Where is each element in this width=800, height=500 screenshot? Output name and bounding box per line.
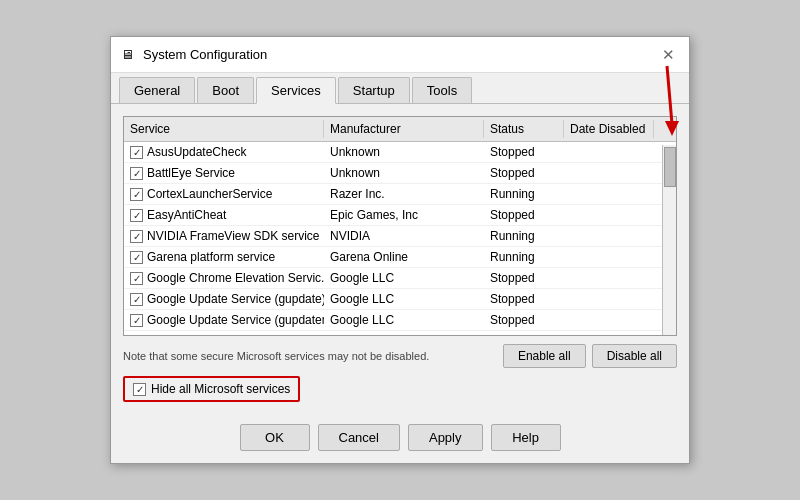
col-scroll-space: [654, 120, 666, 138]
window-title: System Configuration: [143, 47, 267, 62]
manufacturer-cell: Google LLC: [324, 290, 484, 308]
status-cell: Stopped: [484, 269, 564, 287]
ok-button[interactable]: OK: [240, 424, 310, 451]
service-checkbox[interactable]: [130, 146, 143, 159]
manufacturer-cell: Intel Corporation: [324, 332, 484, 335]
content-area: Service Manufacturer Status Date Disable…: [111, 104, 689, 414]
status-cell: Stopped: [484, 206, 564, 224]
date-cell: [564, 311, 654, 329]
tab-bar: General Boot Services Startup Tools: [111, 73, 689, 104]
note-text: Note that some secure Microsoft services…: [123, 350, 429, 362]
tab-services[interactable]: Services: [256, 77, 336, 104]
service-checkbox[interactable]: [130, 335, 143, 336]
table-row[interactable]: AsusUpdateCheck Unknown Stopped: [124, 142, 676, 163]
manufacturer-cell: Razer Inc.: [324, 185, 484, 203]
service-name-cell: Google Chrome Elevation Servic...: [124, 269, 324, 287]
tab-boot[interactable]: Boot: [197, 77, 254, 103]
enable-all-button[interactable]: Enable all: [503, 344, 586, 368]
status-cell: Stopped: [484, 143, 564, 161]
table-header: Service Manufacturer Status Date Disable…: [124, 117, 676, 142]
services-table: Service Manufacturer Status Date Disable…: [123, 116, 677, 336]
table-row[interactable]: Google Update Service (gupdate) Google L…: [124, 289, 676, 310]
manufacturer-cell: Google LLC: [324, 311, 484, 329]
date-cell: [564, 248, 654, 266]
manufacturer-cell: Google LLC: [324, 269, 484, 287]
table-row[interactable]: Intel(R) Dynamic Application Loa... Inte…: [124, 331, 676, 335]
service-checkbox[interactable]: [130, 188, 143, 201]
hide-ms-label: Hide all Microsoft services: [151, 382, 290, 396]
service-checkbox[interactable]: [130, 272, 143, 285]
date-cell: [564, 206, 654, 224]
table-wrapper: Service Manufacturer Status Date Disable…: [123, 116, 677, 336]
service-name-cell: Google Update Service (gupdatem): [124, 311, 324, 329]
status-cell: Stopped: [484, 311, 564, 329]
scrollbar[interactable]: [662, 145, 676, 336]
service-name-cell: BattlEye Service: [124, 164, 324, 182]
hide-ms-checkbox[interactable]: [133, 383, 146, 396]
status-cell: Running: [484, 227, 564, 245]
note-row: Note that some secure Microsoft services…: [123, 344, 677, 368]
date-cell: [564, 185, 654, 203]
manufacturer-cell: Unknown: [324, 164, 484, 182]
service-checkbox[interactable]: [130, 230, 143, 243]
hide-ms-row: Hide all Microsoft services: [123, 376, 677, 402]
status-cell: Running: [484, 332, 564, 335]
table-row[interactable]: NVIDIA FrameView SDK service NVIDIA Runn…: [124, 226, 676, 247]
title-bar-left: 🖥 System Configuration: [121, 47, 267, 63]
manufacturer-cell: Unknown: [324, 143, 484, 161]
col-service: Service: [124, 120, 324, 138]
window-icon: 🖥: [121, 47, 137, 63]
date-cell: [564, 290, 654, 308]
service-checkbox[interactable]: [130, 314, 143, 327]
manufacturer-cell: NVIDIA: [324, 227, 484, 245]
help-button[interactable]: Help: [491, 424, 561, 451]
service-checkbox[interactable]: [130, 167, 143, 180]
scrollbar-thumb[interactable]: [664, 147, 676, 187]
disable-all-button[interactable]: Disable all: [592, 344, 677, 368]
table-row[interactable]: EasyAntiCheat Epic Games, Inc Stopped: [124, 205, 676, 226]
table-row[interactable]: CortexLauncherService Razer Inc. Running: [124, 184, 676, 205]
cancel-button[interactable]: Cancel: [318, 424, 400, 451]
tab-general[interactable]: General: [119, 77, 195, 103]
service-name-cell: NVIDIA FrameView SDK service: [124, 227, 324, 245]
manufacturer-cell: Garena Online: [324, 248, 484, 266]
bottom-buttons: OK Cancel Apply Help: [111, 414, 689, 463]
status-cell: Running: [484, 185, 564, 203]
apply-button[interactable]: Apply: [408, 424, 483, 451]
table-row[interactable]: BattlEye Service Unknown Stopped: [124, 163, 676, 184]
service-name-cell: AsusUpdateCheck: [124, 143, 324, 161]
service-checkbox[interactable]: [130, 209, 143, 222]
service-name-cell: EasyAntiCheat: [124, 206, 324, 224]
system-config-window: 🖥 System Configuration ✕ General Boot Se…: [110, 36, 690, 464]
col-manufacturer: Manufacturer: [324, 120, 484, 138]
date-cell: [564, 164, 654, 182]
service-checkbox[interactable]: [130, 251, 143, 264]
table-row[interactable]: Garena platform service Garena Online Ru…: [124, 247, 676, 268]
service-name-cell: Garena platform service: [124, 248, 324, 266]
status-cell: Running: [484, 248, 564, 266]
date-cell: [564, 143, 654, 161]
close-button[interactable]: ✕: [658, 47, 679, 62]
col-status: Status: [484, 120, 564, 138]
service-name-cell: Intel(R) Dynamic Application Loa...: [124, 332, 324, 335]
service-checkbox[interactable]: [130, 293, 143, 306]
status-cell: Stopped: [484, 290, 564, 308]
service-name-cell: CortexLauncherService: [124, 185, 324, 203]
hide-ms-checkbox-wrapper[interactable]: Hide all Microsoft services: [123, 376, 300, 402]
manufacturer-cell: Epic Games, Inc: [324, 206, 484, 224]
table-body[interactable]: AsusUpdateCheck Unknown Stopped BattlEye…: [124, 142, 676, 335]
service-name-cell: Google Update Service (gupdate): [124, 290, 324, 308]
tab-startup[interactable]: Startup: [338, 77, 410, 103]
status-cell: Stopped: [484, 164, 564, 182]
enable-disable-buttons: Enable all Disable all: [503, 344, 677, 368]
title-bar: 🖥 System Configuration ✕: [111, 37, 689, 73]
tab-tools[interactable]: Tools: [412, 77, 472, 103]
date-cell: [564, 269, 654, 287]
table-row[interactable]: Google Chrome Elevation Servic... Google…: [124, 268, 676, 289]
date-cell: [564, 332, 654, 335]
col-date: Date Disabled: [564, 120, 654, 138]
table-row[interactable]: Google Update Service (gupdatem) Google …: [124, 310, 676, 331]
date-cell: [564, 227, 654, 245]
